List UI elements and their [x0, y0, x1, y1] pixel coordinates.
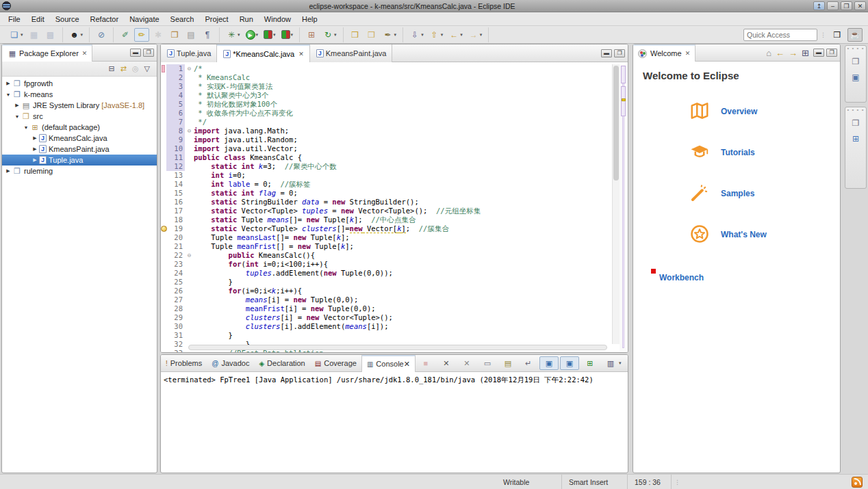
- line-number[interactable]: 5: [166, 100, 185, 109]
- line-number[interactable]: 20: [166, 233, 185, 242]
- console-output[interactable]: <terminated> FpTree1 [Java Application] …: [161, 372, 628, 388]
- welcome-link-tutorials[interactable]: Tutorials: [689, 142, 840, 163]
- dropdown-arrow-icon[interactable]: ▾: [256, 32, 259, 38]
- line-number[interactable]: 16: [166, 198, 185, 207]
- toggle-mark-occurrences-button[interactable]: ✏: [134, 28, 149, 42]
- code-line[interactable]: 29 clusters[i] = new Vector<Tuple>();: [161, 313, 611, 322]
- overview-occurrence-mark[interactable]: [622, 98, 626, 101]
- scrollbar-thumb[interactable]: [613, 66, 619, 181]
- code-line[interactable]: 2 * KmeansCalc: [161, 73, 611, 82]
- dropdown-arrow-icon[interactable]: ▾: [273, 32, 276, 38]
- code-line[interactable]: 21 Tuple meanFrist[] = new Tuple[k];: [161, 242, 611, 251]
- view-menu-button[interactable]: ▽: [144, 64, 150, 73]
- tab-package-explorer[interactable]: ▦ Package Explorer ✕: [2, 44, 92, 62]
- code-line[interactable]: 3 * 实现K-均值聚类算法: [161, 82, 611, 91]
- home-button[interactable]: ⌂: [766, 48, 771, 58]
- go-into-button[interactable]: ⇧▾: [427, 28, 446, 42]
- code-line[interactable]: 24 tuples.addElement(new Tuple(0,0));: [161, 269, 611, 278]
- menu-window[interactable]: Window: [259, 13, 296, 25]
- menu-refactor[interactable]: Refactor: [85, 13, 125, 25]
- line-number[interactable]: 8: [166, 127, 185, 135]
- code-line[interactable]: 13 int i=0;: [161, 171, 611, 180]
- line-number[interactable]: 24: [166, 269, 185, 278]
- welcome-link-samples[interactable]: Samples: [689, 183, 840, 204]
- tab-problems[interactable]: !Problems: [161, 355, 207, 372]
- expand-arrow-icon[interactable]: ▶: [5, 168, 12, 174]
- line-number[interactable]: 28: [166, 304, 185, 313]
- notification-feed-icon[interactable]: [852, 477, 863, 488]
- line-number[interactable]: 29: [166, 313, 185, 322]
- dropdown-arrow-icon[interactable]: ▾: [619, 360, 622, 366]
- line-number[interactable]: 1: [166, 64, 185, 73]
- line-number[interactable]: 22: [166, 251, 185, 260]
- code-line[interactable]: 10import java.util.Vector;: [161, 144, 611, 153]
- minimize-button[interactable]: ▬: [813, 49, 824, 57]
- customize-page-button[interactable]: ⊞: [802, 48, 809, 58]
- debug-button[interactable]: ✳▾: [224, 28, 242, 42]
- menu-run[interactable]: Run: [234, 13, 259, 25]
- dropdown-arrow-icon[interactable]: ▾: [81, 32, 84, 38]
- code-line[interactable]: 12 static int k=3; //聚类中心个数: [161, 162, 611, 171]
- code-line[interactable]: 19 static Vector<Tuple> clusters[]=new V…: [161, 224, 611, 233]
- profile-button[interactable]: ▾: [279, 28, 296, 41]
- back-button[interactable]: ←▾: [446, 28, 465, 42]
- toggle-block-selection-button[interactable]: ✱: [151, 28, 166, 42]
- tab-coverage[interactable]: ▤Coverage: [310, 355, 361, 372]
- line-number[interactable]: 23: [166, 260, 185, 269]
- tree-item-k-means[interactable]: ▼❒k-means: [2, 89, 157, 100]
- tab-declaration[interactable]: ◈Declaration: [254, 355, 309, 372]
- editor-tab-tuple-java[interactable]: J Tuple.java: [161, 44, 217, 62]
- dropdown-arrow-icon[interactable]: ▾: [480, 32, 483, 38]
- scroll-lock-button[interactable]: ▤: [498, 356, 518, 370]
- expand-arrow-icon[interactable]: ▶: [31, 135, 38, 141]
- back-button[interactable]: ←: [776, 48, 784, 58]
- task-list-icon[interactable]: ▣: [849, 70, 863, 83]
- line-number[interactable]: 9: [166, 135, 185, 144]
- code-line[interactable]: 22⊖ public KmeansCalc(){: [161, 251, 611, 260]
- dropdown-arrow-icon[interactable]: ▾: [441, 32, 444, 38]
- code-line[interactable]: 11public class KmeansCalc {: [161, 153, 611, 162]
- line-number[interactable]: 27: [166, 295, 185, 304]
- open-task-button[interactable]: ✐: [118, 28, 133, 42]
- restore-view-icon[interactable]: ❐: [849, 55, 863, 67]
- remove-all-terminated-button[interactable]: ✕: [457, 356, 476, 370]
- maximize-button[interactable]: ❐: [614, 49, 625, 57]
- show-stdout-button[interactable]: ▣: [539, 356, 559, 370]
- tab-welcome[interactable]: Welcome ✕: [633, 44, 695, 62]
- vertical-scrollbar[interactable]: [612, 64, 620, 344]
- expand-arrow-icon[interactable]: ▶: [5, 81, 12, 86]
- tree-item-src[interactable]: ▼❒src: [2, 111, 157, 122]
- menu-edit[interactable]: Edit: [26, 13, 50, 25]
- menu-project[interactable]: Project: [199, 13, 233, 25]
- code-line[interactable]: 8⊖import java.lang.Math;: [161, 127, 611, 135]
- code-line[interactable]: 15 static int flag = 0;: [161, 189, 611, 198]
- expand-arrow-icon[interactable]: ▼: [23, 125, 29, 130]
- close-icon[interactable]: ✕: [82, 50, 88, 57]
- line-number[interactable]: 15: [166, 189, 185, 198]
- quick-access-input[interactable]: [743, 29, 817, 41]
- code-line[interactable]: 23 for(int i=0;i<100;i++){: [161, 260, 611, 269]
- word-wrap-button[interactable]: ↵: [519, 356, 538, 370]
- overview-mark[interactable]: [621, 66, 626, 83]
- coverage-button[interactable]: ▾: [261, 28, 278, 41]
- dropdown-arrow-icon[interactable]: ▾: [334, 32, 337, 38]
- code-line[interactable]: 1⊖/*: [161, 64, 611, 73]
- code-line[interactable]: 20 Tuple meansLast[]= new Tuple[k];: [161, 233, 611, 242]
- line-number[interactable]: 26: [166, 287, 185, 295]
- close-icon[interactable]: ✕: [685, 50, 691, 57]
- run-button[interactable]: ▶▾: [244, 28, 261, 42]
- dropdown-arrow-icon[interactable]: ▾: [238, 32, 240, 38]
- open-element-button[interactable]: ❒: [348, 28, 363, 42]
- line-number[interactable]: 31: [166, 331, 185, 340]
- code-line[interactable]: 31 }: [161, 331, 611, 340]
- welcome-link-whats-new[interactable]: What's New: [689, 224, 840, 246]
- code-line[interactable]: 16 static StringBuilder data = new Strin…: [161, 198, 611, 207]
- dropdown-arrow-icon[interactable]: ▾: [421, 32, 424, 38]
- menu-file[interactable]: File: [3, 13, 26, 25]
- terminate-button[interactable]: ■: [416, 356, 435, 370]
- tree-item-ruleming[interactable]: ▶❒ruleming: [2, 166, 157, 176]
- expand-arrow-icon[interactable]: ▼: [5, 92, 12, 97]
- line-number[interactable]: 13: [166, 171, 185, 180]
- forward-button[interactable]: →: [789, 48, 797, 58]
- maximize-button[interactable]: ❐: [826, 49, 837, 57]
